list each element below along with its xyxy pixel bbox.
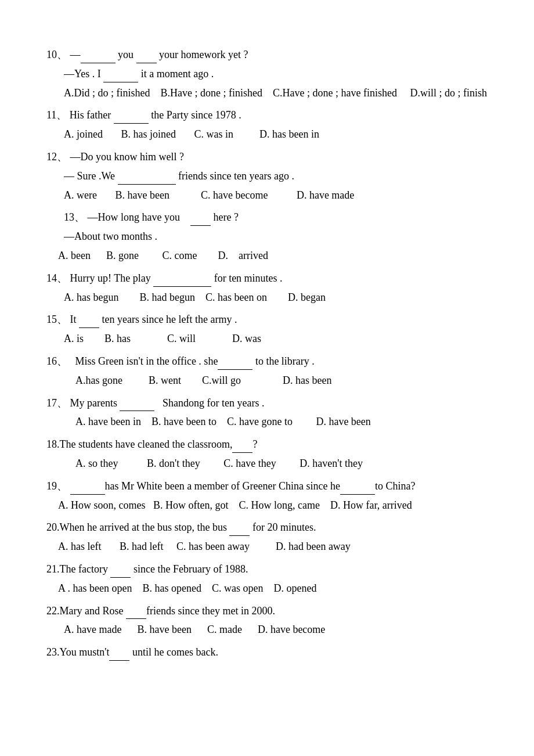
q13-line1: 13、 —How long have you here ? bbox=[46, 209, 488, 226]
q13-options: A. been B. gone C. come D. arrived bbox=[46, 247, 488, 264]
question-10: 10、 — you your homework yet ? —Yes . I i… bbox=[46, 46, 488, 101]
q19-blank1 bbox=[70, 494, 105, 495]
q15-blank1 bbox=[79, 327, 99, 328]
question-20: 20.When he arrived at the bus stop, the … bbox=[46, 519, 488, 555]
q11-blank1 bbox=[114, 123, 149, 124]
q19-blank2 bbox=[340, 494, 375, 495]
q19-options: A. How soon, comes B. How often, got C. … bbox=[46, 497, 488, 514]
q15-line1: 15、 It ten years since he left the army … bbox=[46, 311, 488, 328]
question-15: 15、 It ten years since he left the army … bbox=[46, 311, 488, 347]
question-22: 22.Mary and Rose friends since they met … bbox=[46, 603, 488, 639]
q22-blank1 bbox=[126, 618, 146, 619]
q20-line1: 20.When he arrived at the bus stop, the … bbox=[46, 519, 488, 536]
q10-line2: —Yes . I it a moment ago . bbox=[46, 66, 488, 82]
q16-options: A.has gone B. went C.will go D. has been bbox=[46, 372, 488, 389]
q18-options: A. so they B. don't they C. have they D.… bbox=[46, 455, 488, 472]
q17-line1: 17、 My parents Shandong for ten years . bbox=[46, 395, 488, 412]
q23-line1: 23.You mustn't until he comes back. bbox=[46, 644, 488, 661]
question-16: 16、 Miss Green isn't in the office . she… bbox=[46, 353, 488, 389]
question-13: 13、 —How long have you here ? —About two… bbox=[46, 209, 488, 264]
q11-line1: 11、 His father the Party since 1978 . bbox=[46, 107, 488, 124]
question-12: 12、 —Do you know him well ? — Sure .We f… bbox=[46, 149, 488, 203]
question-14: 14、 Hurry up! The play for ten minutes .… bbox=[46, 270, 488, 306]
q21-line1: 21.The factory since the February of 198… bbox=[46, 561, 488, 578]
q11-options: A. joined B. has joined C. was in D. has… bbox=[46, 126, 488, 143]
q16-blank1 bbox=[218, 369, 252, 370]
q22-options: A. have made B. have been C. made D. hav… bbox=[46, 621, 488, 638]
q10-options: A.Did ; do ; finished B.Have ; done ; fi… bbox=[46, 85, 488, 102]
q20-options: A. has left B. had left C. has been away… bbox=[46, 538, 488, 555]
q12-line2: — Sure .We friends since ten years ago . bbox=[46, 168, 488, 185]
worksheet-content: 10、 — you your homework yet ? —Yes . I i… bbox=[46, 46, 488, 661]
q14-blank1 bbox=[153, 286, 211, 287]
q19-line1: 19、 has Mr White been a member of Greene… bbox=[46, 478, 488, 495]
q13-line2: —About two months . bbox=[46, 228, 488, 245]
q14-line1: 14、 Hurry up! The play for ten minutes . bbox=[46, 270, 488, 287]
q10-line1: 10、 — you your homework yet ? bbox=[46, 46, 488, 63]
question-23: 23.You mustn't until he comes back. bbox=[46, 644, 488, 661]
q17-blank1 bbox=[120, 411, 154, 411]
q23-blank1 bbox=[109, 660, 129, 661]
q16-line1: 16、 Miss Green isn't in the office . she… bbox=[46, 353, 488, 370]
q17-options: A. have been in B. have been to C. have … bbox=[46, 413, 488, 430]
q12-options: A. were B. have been C. have become D. h… bbox=[46, 187, 488, 204]
question-17: 17、 My parents Shandong for ten years . … bbox=[46, 395, 488, 431]
q14-options: A. has begun B. had begun C. has been on… bbox=[46, 289, 488, 306]
q15-options: A. is B. has C. will D. was bbox=[46, 330, 488, 347]
q10-blank3 bbox=[103, 82, 138, 82]
q18-blank1 bbox=[232, 452, 252, 453]
q10-blank1 bbox=[81, 63, 116, 63]
q20-blank1 bbox=[229, 535, 250, 536]
q12-line1: 12、 —Do you know him well ? bbox=[46, 149, 488, 165]
q21-options: A . has been open B. has opened C. was o… bbox=[46, 580, 488, 597]
question-21: 21.The factory since the February of 198… bbox=[46, 561, 488, 597]
q22-line1: 22.Mary and Rose friends since they met … bbox=[46, 603, 488, 620]
q13-blank1 bbox=[190, 225, 211, 226]
q12-blank1 bbox=[118, 184, 176, 185]
q10-blank2 bbox=[136, 63, 157, 63]
question-11: 11、 His father the Party since 1978 . A.… bbox=[46, 107, 488, 143]
question-19: 19、 has Mr White been a member of Greene… bbox=[46, 478, 488, 514]
q18-line1: 18.The students have cleaned the classro… bbox=[46, 436, 488, 453]
q21-blank1 bbox=[110, 577, 131, 578]
question-18: 18.The students have cleaned the classro… bbox=[46, 436, 488, 472]
